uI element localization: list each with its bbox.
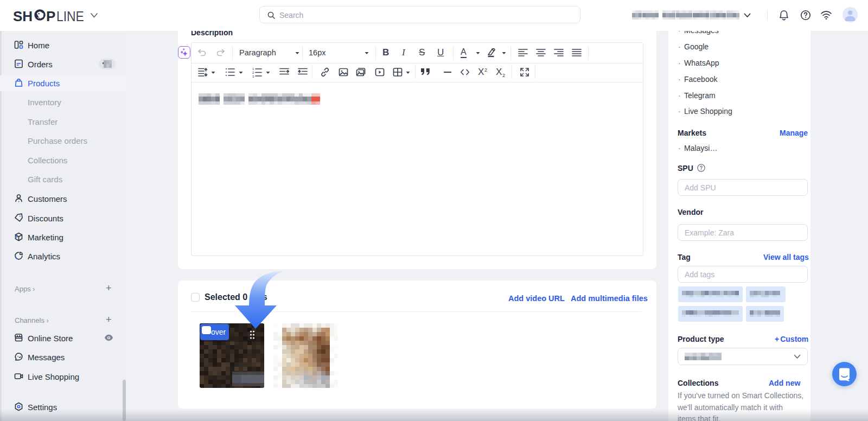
svg-text:2: 2 xyxy=(502,73,505,78)
svg-text:X: X xyxy=(478,67,484,77)
svg-text:2: 2 xyxy=(252,71,254,74)
svg-text:2: 2 xyxy=(484,67,487,73)
svg-text:3: 3 xyxy=(252,75,254,78)
svg-text:1: 1 xyxy=(252,67,254,71)
svg-text:X: X xyxy=(496,67,502,77)
